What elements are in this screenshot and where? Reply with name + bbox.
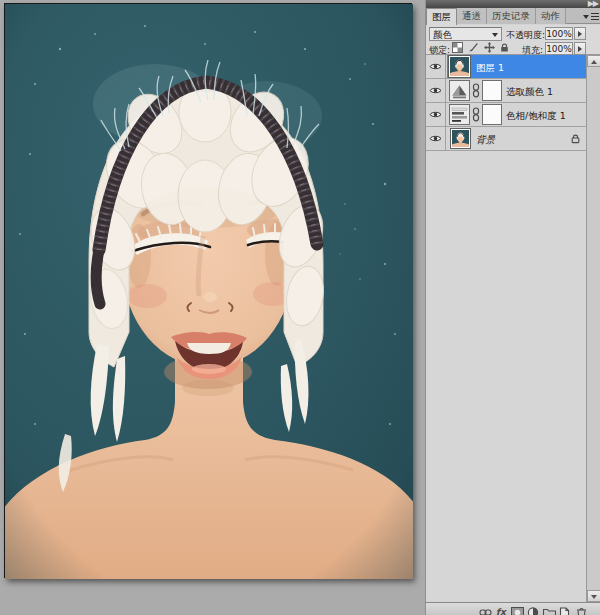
collapse-to-icons-icon[interactable]: ▶▶ <box>588 1 598 7</box>
opacity-stepper[interactable] <box>574 27 586 40</box>
selective-color-icon[interactable] <box>449 80 470 101</box>
scroll-up-icon[interactable] <box>587 55 600 67</box>
eye-icon <box>429 86 442 95</box>
layer-row-background[interactable]: 背景 <box>426 127 586 151</box>
canvas-pasteboard <box>0 0 425 615</box>
lock-all-icon[interactable] <box>500 42 512 53</box>
eye-icon <box>429 134 442 143</box>
visibility-toggle[interactable] <box>426 79 446 102</box>
visibility-toggle[interactable] <box>426 55 446 78</box>
visibility-toggle[interactable] <box>426 103 446 126</box>
lock-image-pixels-icon[interactable] <box>468 42 480 53</box>
opacity-value[interactable]: 100% <box>545 27 573 40</box>
tab-layers[interactable]: 图层 <box>426 8 457 25</box>
link-mask-icon[interactable] <box>472 107 480 122</box>
layer-row-layer1[interactable]: 图层 1 <box>426 55 586 79</box>
add-layer-mask-icon[interactable] <box>511 607 524 615</box>
tab-channels[interactable]: 通道 <box>457 8 487 24</box>
layer-mask-thumbnail[interactable] <box>482 80 502 101</box>
eye-icon <box>429 110 442 119</box>
opacity-label: 不透明度: <box>506 29 545 42</box>
layers-panel: ▶▶ 图层 通道 历史记录 动作 颜色 不透明度: 100% 锁定: <box>425 0 600 615</box>
link-layers-icon[interactable] <box>479 607 492 615</box>
lock-transparent-pixels-icon[interactable] <box>452 42 464 53</box>
layer-mask-thumbnail[interactable] <box>482 104 502 125</box>
visibility-toggle[interactable] <box>426 127 446 150</box>
menu-bars-icon <box>591 13 599 20</box>
panel-menu-icon[interactable] <box>583 11 599 22</box>
layer-list-empty-area <box>426 151 586 601</box>
layer-name[interactable]: 色相/饱和度 1 <box>506 110 566 123</box>
background-lock-icon <box>571 133 580 144</box>
blend-mode-select[interactable]: 颜色 <box>429 27 502 41</box>
layer-thumbnail[interactable] <box>451 129 470 148</box>
new-layer-icon[interactable] <box>559 607 572 615</box>
new-adjustment-layer-icon[interactable] <box>527 607 540 615</box>
panel-bottom-bar: fx <box>426 602 600 615</box>
hue-saturation-icon[interactable] <box>449 104 470 125</box>
layer-list: 图层 1 选取颜色 1 <box>426 55 586 151</box>
chevron-down-icon <box>492 33 498 37</box>
tab-history[interactable]: 历史记录 <box>487 8 536 24</box>
panel-tabbar: 图层 通道 历史记录 动作 <box>426 8 600 24</box>
layers-scrollbar[interactable] <box>586 55 600 602</box>
layer-name[interactable]: 背景 <box>476 134 495 147</box>
eye-icon <box>429 62 442 71</box>
layer-style-fx-icon[interactable]: fx <box>496 607 509 615</box>
portrait-photo <box>5 4 413 579</box>
layer-controls: 颜色 不透明度: 100% 锁定: 填充: 100% <box>426 25 600 55</box>
scroll-down-icon[interactable] <box>587 590 600 602</box>
photo-document[interactable] <box>4 3 412 578</box>
delete-layer-icon[interactable] <box>576 607 589 615</box>
fill-value[interactable]: 100% <box>545 42 573 55</box>
lock-buttons <box>452 42 513 54</box>
new-group-icon[interactable] <box>543 607 556 615</box>
layer-name[interactable]: 选取颜色 1 <box>506 86 553 99</box>
panel-group-header[interactable]: ▶▶ <box>426 0 600 8</box>
menu-arrow-icon <box>583 15 589 19</box>
link-mask-icon[interactable] <box>472 83 480 98</box>
lock-position-icon[interactable] <box>484 42 496 53</box>
layer-name[interactable]: 图层 1 <box>476 62 504 75</box>
layer-thumbnail[interactable] <box>449 56 470 77</box>
layer-row-hue-saturation[interactable]: 色相/饱和度 1 <box>426 103 586 127</box>
fill-stepper[interactable] <box>574 42 586 55</box>
tab-actions[interactable]: 动作 <box>536 8 566 24</box>
layer-row-selective-color[interactable]: 选取颜色 1 <box>426 79 586 103</box>
blend-mode-value: 颜色 <box>433 29 452 40</box>
